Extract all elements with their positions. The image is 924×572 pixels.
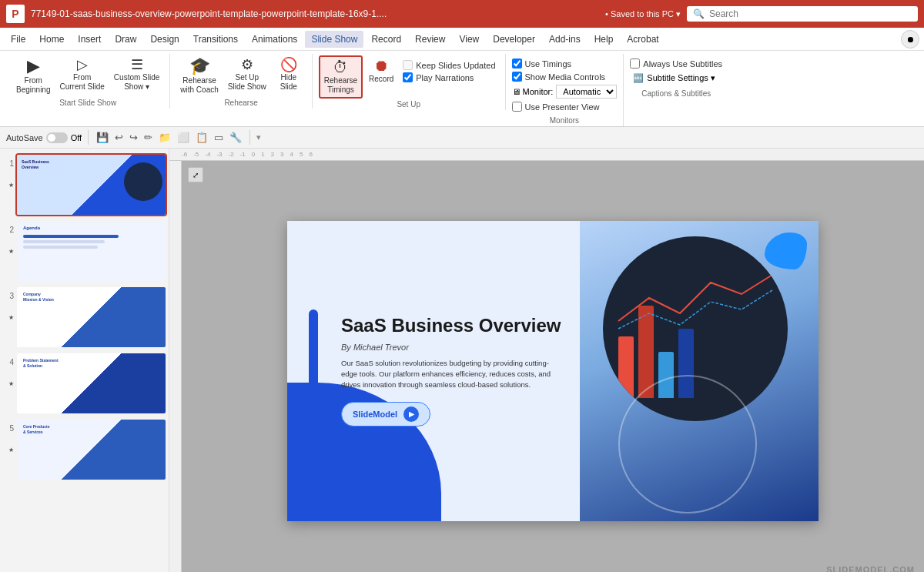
rehearse-timings-button[interactable]: ⏱ RehearseTimings xyxy=(319,55,363,99)
slide-panel: 1 ★ SaaS BusinessOverview 2 ★ Agenda xyxy=(0,149,169,572)
hide-slide-button[interactable]: 🚫 HideSlide xyxy=(272,55,306,94)
menu-bar: File Home Insert Draw Design Transitions… xyxy=(0,28,924,51)
show-media-checkbox[interactable]: Show Media Controls xyxy=(512,72,618,82)
slide-star-5: ★ xyxy=(8,433,14,453)
presenter-view-checkbox[interactable]: Use Presenter View xyxy=(512,102,618,112)
slide-thumb-2[interactable]: 2 ★ Agenda xyxy=(3,221,166,281)
menu-record[interactable]: Record xyxy=(365,31,407,48)
slide-thumb-3[interactable]: 3 ★ CompanyMission & Vision xyxy=(3,287,166,347)
search-icon: 🔍 xyxy=(693,8,705,19)
menu-file[interactable]: File xyxy=(5,31,32,48)
slide-left-content: SaaS Business Overview By Michael Trevor… xyxy=(287,221,580,521)
slide-canvas: SaaS Business Overview By Michael Trevor… xyxy=(287,221,819,521)
menu-insert[interactable]: Insert xyxy=(72,31,107,48)
play-narrations-checkbox[interactable]: Play Narrations xyxy=(403,72,495,82)
autosave-toggle[interactable] xyxy=(46,132,68,143)
slide-thumb-5[interactable]: 5 ★ Core Products& Services xyxy=(3,420,166,480)
slide-img-1[interactable]: SaaS BusinessOverview xyxy=(17,155,166,215)
slide-num-1: 1 xyxy=(3,155,14,168)
cta-play-icon: ▶ xyxy=(403,406,419,422)
ribbon-group-monitors: Use Timings Show Media Controls 🖥 Monito… xyxy=(506,54,624,126)
monitors-group-label: Monitors xyxy=(550,116,579,126)
pen-icon[interactable]: ✏ xyxy=(142,130,154,145)
autosave-label: AutoSave xyxy=(6,133,43,142)
custom-slideshow-button[interactable]: ☰ Custom SlideShow ▾ xyxy=(110,55,163,94)
from-current-icon: ▷ xyxy=(77,58,88,72)
qa-dropdown[interactable]: ▾ xyxy=(256,132,261,142)
ruler-vertical xyxy=(169,161,182,572)
set-up-slideshow-button[interactable]: ⚙ Set UpSlide Show xyxy=(224,55,270,94)
slide-canvas-area: ⤢ xyxy=(169,161,924,572)
ruler-horizontal: -6-5-4-3-2-10123456 xyxy=(169,149,924,161)
slide-num-5: 5 xyxy=(3,420,14,433)
main-area: 1 ★ SaaS BusinessOverview 2 ★ Agenda xyxy=(0,149,924,572)
search-bar[interactable]: 🔍 xyxy=(687,6,918,22)
expand-slide-button[interactable]: ⤢ xyxy=(188,167,203,182)
hide-slide-icon: 🚫 xyxy=(280,58,297,72)
setup-group-label: Set Up xyxy=(397,100,420,110)
use-timings-checkbox[interactable]: Use Timings xyxy=(512,59,618,69)
always-subtitles-checkbox[interactable]: Always Use Subtitles xyxy=(630,59,722,69)
rehearse-coach-icon: 🎓 xyxy=(189,58,210,75)
menu-transitions[interactable]: Transitions xyxy=(187,31,244,48)
record-button[interactable]: ⏺ Record xyxy=(364,55,398,86)
slide-img-2[interactable]: Agenda xyxy=(17,221,166,281)
slide-num-2: 2 xyxy=(3,221,14,234)
keep-slides-checkbox[interactable]: Keep Slides Updated xyxy=(403,60,495,70)
qa-icon-6[interactable]: 📋 xyxy=(194,130,209,145)
settings-icon[interactable]: 🔧 xyxy=(228,130,243,145)
monitor-select[interactable]: Automatic xyxy=(556,85,617,99)
setup-icon: ⚙ xyxy=(241,58,253,72)
menu-help[interactable]: Help xyxy=(588,31,620,48)
menu-developer[interactable]: Developer xyxy=(487,31,541,48)
ribbon-group-rehearse: 🎓 Rehearsewith Coach ⚙ Set UpSlide Show … xyxy=(170,54,313,109)
undo-icon[interactable]: ↩ xyxy=(113,130,125,145)
rehearse-timings-icon: ⏱ xyxy=(333,59,348,75)
menu-draw[interactable]: Draw xyxy=(109,31,142,48)
slide-star-4: ★ xyxy=(8,366,14,387)
from-current-button[interactable]: ▷ FromCurrent Slide xyxy=(55,55,108,94)
slide-cta: SlideModel ▶ xyxy=(341,402,430,426)
from-beginning-icon: ▶ xyxy=(27,58,40,75)
slide-thumb-4[interactable]: 4 ★ Problem Statement& Solution xyxy=(3,353,166,413)
menu-review[interactable]: Review xyxy=(409,31,451,48)
save-icon[interactable]: 💾 xyxy=(95,130,110,145)
qa-icon-7[interactable]: ▭ xyxy=(213,130,225,145)
slide-content: SaaS Business Overview By Michael Trevor… xyxy=(287,221,819,521)
menu-animations[interactable]: Animations xyxy=(246,31,303,48)
autosave-state: Off xyxy=(71,133,82,142)
menu-home[interactable]: Home xyxy=(33,31,70,48)
slide-title: SaaS Business Overview xyxy=(326,315,564,336)
slide-img-4[interactable]: Problem Statement& Solution xyxy=(17,353,166,413)
start-slideshow-label: Start Slide Show xyxy=(59,99,116,109)
slide-author: By Michael Trevor xyxy=(326,343,564,352)
folder-icon[interactable]: 📁 xyxy=(157,130,172,145)
menu-design[interactable]: Design xyxy=(144,31,185,48)
menu-addins[interactable]: Add-ins xyxy=(543,31,587,48)
menu-acrobat[interactable]: Acrobat xyxy=(621,31,665,48)
workspace: -6-5-4-3-2-10123456 ⤢ xyxy=(169,149,924,572)
watermark: SLIDEMODEL.COM xyxy=(826,565,915,572)
saved-status: • Saved to this PC ▾ xyxy=(605,9,681,19)
subtitle-settings-button[interactable]: 🔤 Subtitle Settings ▾ xyxy=(630,72,722,85)
redo-icon[interactable]: ↪ xyxy=(128,130,139,145)
title-bar: P 77149-01-saas-business-overview-powerp… xyxy=(0,0,924,28)
ribbon: ▶ FromBeginning ▷ FromCurrent Slide ☰ Cu… xyxy=(0,51,924,127)
slide-num-3: 3 xyxy=(3,287,14,300)
from-beginning-button[interactable]: ▶ FromBeginning xyxy=(12,55,54,97)
ribbon-group-setup: ⏱ RehearseTimings ⏺ Record Keep Slides U… xyxy=(313,54,506,110)
menu-slideshow[interactable]: Slide Show xyxy=(305,31,363,48)
slide-img-5[interactable]: Core Products& Services xyxy=(17,420,166,480)
qa-icon-5[interactable]: ⬜ xyxy=(176,130,191,145)
rehearse-group-label: Rehearse xyxy=(224,99,257,109)
slide-thumb-1[interactable]: 1 ★ SaaS BusinessOverview xyxy=(3,155,166,215)
slide-num-4: 4 xyxy=(3,353,14,366)
rehearse-coach-button[interactable]: 🎓 Rehearsewith Coach xyxy=(176,55,222,97)
slide-img-3[interactable]: CompanyMission & Vision xyxy=(17,287,166,347)
quick-access-bar: AutoSave Off 💾 ↩ ↪ ✏ 📁 ⬜ 📋 ▭ 🔧 ▾ xyxy=(0,127,924,149)
app-logo: P xyxy=(6,5,25,23)
menu-view[interactable]: View xyxy=(453,31,485,48)
filename: 77149-01-saas-business-overview-powerpoi… xyxy=(31,8,599,19)
ribbon-group-captions: Always Use Subtitles 🔤 Subtitle Settings… xyxy=(624,54,728,99)
search-input[interactable] xyxy=(709,8,912,19)
